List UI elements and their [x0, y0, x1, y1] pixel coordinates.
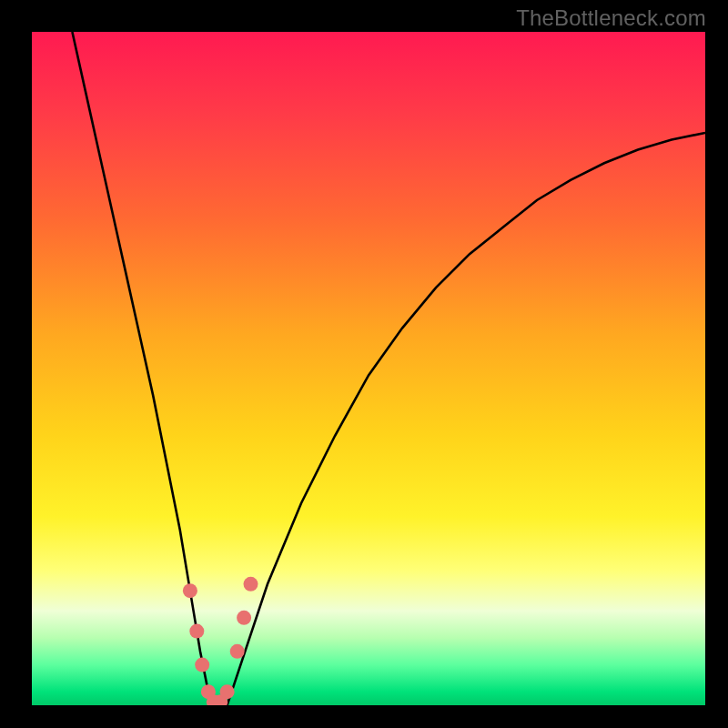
curve-marker [220, 684, 235, 699]
chart-frame: TheBottleneck.com [0, 0, 728, 728]
curve-markers [183, 577, 258, 705]
plot-area [32, 32, 705, 705]
curve-marker [244, 577, 258, 592]
attribution-text: TheBottleneck.com [516, 5, 706, 31]
curve-marker [195, 658, 209, 672]
curve-marker [237, 611, 251, 625]
curve-marker [230, 644, 245, 659]
curve-marker [189, 624, 204, 639]
chart-svg [32, 32, 705, 705]
bottleneck-curve [72, 32, 705, 705]
curve-marker [183, 583, 197, 598]
